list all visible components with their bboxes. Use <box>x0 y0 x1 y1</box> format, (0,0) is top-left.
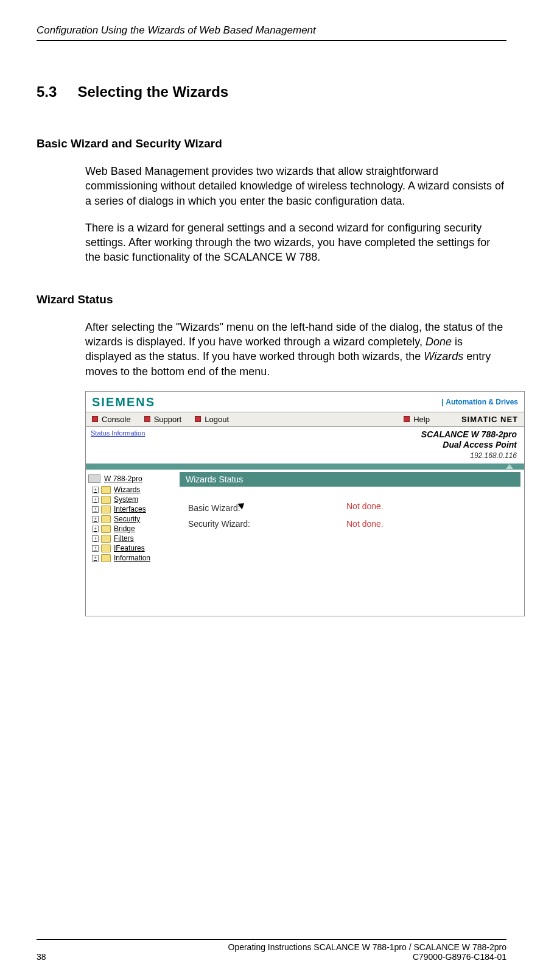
automation-drives-link[interactable]: |Automation & Drives <box>441 398 518 406</box>
footer-doc-title: Operating Instructions SCALANCE W 788-1p… <box>228 942 506 952</box>
tree-item-interfaces[interactable]: +Interfaces <box>92 505 173 513</box>
menu-help-label: Help <box>413 415 430 424</box>
tree-item-label: Interfaces <box>114 505 146 513</box>
folder-icon <box>101 506 111 513</box>
expand-icon[interactable]: + <box>92 496 99 503</box>
tree-item-label: Information <box>114 554 150 562</box>
simatic-net-label: SIMATIC NET <box>461 415 518 424</box>
subsection-status: Wizard Status After selecting the "Wizar… <box>37 293 506 617</box>
bullet-icon <box>195 416 201 422</box>
automation-drives-label: Automation & Drives <box>446 398 518 406</box>
footer-right: Operating Instructions SCALANCE W 788-1p… <box>228 942 506 962</box>
wizard-basic-label: Basic Wizard: <box>188 501 346 513</box>
page: Configuration Using the Wizards of Web B… <box>0 0 543 980</box>
para-status-1: After selecting the "Wizards" menu on th… <box>85 320 506 379</box>
wizard-row-security: Security Wizard: Not done. <box>188 519 520 529</box>
wizard-basic-status: Not done. <box>346 501 384 513</box>
tree-root[interactable]: W 788-2pro <box>88 474 173 483</box>
tree-item-bridge[interactable]: +Bridge <box>92 524 173 533</box>
folder-icon <box>101 535 111 543</box>
expand-icon[interactable]: + <box>92 545 99 552</box>
wizard-row-basic: Basic Wizard: Not done. <box>188 501 520 513</box>
bullet-icon <box>92 416 98 422</box>
device-name: SCALANCE W 788-2pro <box>421 429 517 439</box>
tree-item-wizards[interactable]: +Wizards <box>92 485 173 494</box>
folder-icon <box>101 525 111 533</box>
subheading-status: Wizard Status <box>37 293 506 306</box>
device-title: SCALANCE W 788-2pro Dual Access Point 19… <box>421 429 517 460</box>
folder-icon <box>101 496 111 504</box>
para-status-done: Done <box>426 336 452 348</box>
tree-root-label: W 788-2pro <box>104 474 142 483</box>
device-subtitle: Dual Access Point <box>443 440 517 449</box>
footer-doc-id: C79000-G8976-C184-01 <box>413 952 506 962</box>
tree-item-label: Security <box>114 515 140 523</box>
section-heading: 5.3Selecting the Wizards <box>37 83 506 100</box>
menu-help[interactable]: Help <box>404 415 430 424</box>
menu-support-label: Support <box>154 415 182 424</box>
cursor-icon <box>239 501 247 511</box>
nav-tree: W 788-2pro +Wizards +System +Interfaces … <box>86 470 176 616</box>
folder-icon <box>101 515 111 523</box>
subheading-basic: Basic Wizard and Security Wizard <box>37 137 506 150</box>
para-basic-2: There is a wizard for general settings a… <box>85 220 506 265</box>
para-status-wizards: Wizards <box>424 350 463 362</box>
expand-icon[interactable]: + <box>92 555 99 562</box>
tree-item-label: Filters <box>114 534 134 543</box>
screenshot-header: SIEMENS |Automation & Drives <box>86 392 524 412</box>
device-ip: 192.168.0.116 <box>470 451 517 460</box>
running-header: Configuration Using the Wizards of Web B… <box>37 24 506 41</box>
expand-icon[interactable]: + <box>92 526 99 532</box>
page-number: 38 <box>37 952 46 962</box>
divider-icon: | <box>441 398 443 406</box>
collapse-bar[interactable] <box>86 464 524 470</box>
screenshot-menubar: Console Support Logout Help SIMATIC NET <box>86 412 524 427</box>
expand-icon[interactable]: + <box>92 506 99 513</box>
subsection-basic: Basic Wizard and Security Wizard Web Bas… <box>37 137 506 265</box>
folder-icon <box>101 545 111 552</box>
expand-icon[interactable]: + <box>92 535 99 542</box>
expand-icon[interactable]: + <box>92 516 99 523</box>
tree-item-system[interactable]: +System <box>92 495 173 504</box>
para-basic-1: Web Based Management provides two wizard… <box>85 164 506 208</box>
page-footer: 38 Operating Instructions SCALANCE W 788… <box>37 939 506 962</box>
wizard-security-label: Security Wizard: <box>188 519 346 529</box>
wizard-basic-label-text: Basic Wizard: <box>188 503 240 513</box>
folder-icon <box>101 486 111 494</box>
status-information-link[interactable]: Status Information <box>91 429 145 460</box>
tree-item-label: Bridge <box>114 524 135 533</box>
main-panel: Wizards Status Basic Wizard: Not done. S… <box>176 470 524 616</box>
expand-icon[interactable]: + <box>92 487 99 493</box>
section-title: Selecting the Wizards <box>77 83 228 100</box>
folder-icon <box>101 554 111 562</box>
tree-item-label: Wizards <box>114 485 140 494</box>
screenshot-statusbar: Status Information SCALANCE W 788-2pro D… <box>86 427 524 464</box>
menu-logout-label: Logout <box>205 415 229 424</box>
tree-item-security[interactable]: +Security <box>92 515 173 523</box>
tree-item-filters[interactable]: +Filters <box>92 534 173 543</box>
tree-item-ifeatures[interactable]: +IFeatures <box>92 544 173 552</box>
menu-console-label: Console <box>102 415 131 424</box>
menu-support[interactable]: Support <box>144 415 182 424</box>
section-number: 5.3 <box>37 83 57 100</box>
tree-item-label: System <box>114 495 138 504</box>
wizard-security-status: Not done. <box>346 519 384 529</box>
panel-title: Wizards Status <box>180 472 520 487</box>
bullet-icon <box>144 416 150 422</box>
tree-item-information[interactable]: +Information <box>92 554 173 562</box>
siemens-logo: SIEMENS <box>92 395 155 409</box>
tree-item-label: IFeatures <box>114 544 145 552</box>
device-icon <box>88 474 100 483</box>
bullet-icon <box>404 416 410 422</box>
menu-console[interactable]: Console <box>92 415 131 424</box>
embedded-screenshot: SIEMENS |Automation & Drives Console Sup… <box>85 391 525 616</box>
screenshot-body: W 788-2pro +Wizards +System +Interfaces … <box>86 470 524 616</box>
menu-logout[interactable]: Logout <box>195 415 229 424</box>
